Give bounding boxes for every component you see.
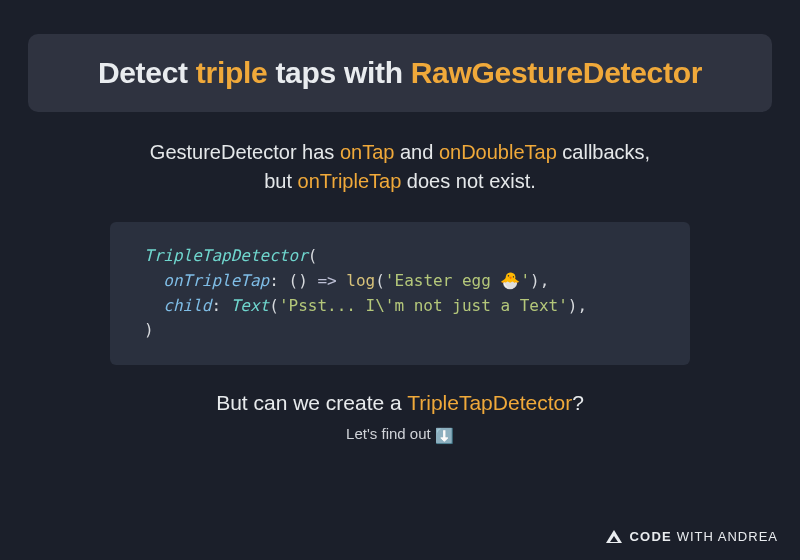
brand-thin: WITH ANDREA — [677, 529, 778, 544]
code-snippet: TripleTapDetector( onTripleTap: () => lo… — [110, 222, 690, 365]
title-mid: taps with — [267, 56, 410, 89]
brand-logo-icon — [606, 530, 622, 543]
code-p1-name: onTripleTap — [163, 271, 269, 290]
title-highlight-2: RawGestureDetector — [411, 56, 702, 89]
page-title: Detect triple taps with RawGestureDetect… — [48, 56, 752, 90]
code-p2-str: 'Psst... I\'m not just a Text' — [279, 296, 568, 315]
sub-l2-post: does not exist. — [401, 170, 536, 192]
sub-l1-pre: GestureDetector has — [150, 141, 340, 163]
code-p1-str: 'Easter egg 🐣' — [385, 271, 530, 290]
code-close: ) — [144, 320, 154, 339]
sub-l1-hl1: onTap — [340, 141, 395, 163]
code-p1-fn: log — [346, 271, 375, 290]
code-p2-name: child — [163, 296, 211, 315]
title-pre: Detect — [98, 56, 196, 89]
code-open: ( — [308, 246, 318, 265]
sub-l1-post: callbacks, — [557, 141, 650, 163]
q-post: ? — [572, 391, 584, 414]
findout-text: Let's find out — [346, 425, 435, 442]
q-pre: But can we create a — [216, 391, 407, 414]
sub-l1-hl2: onDoubleTap — [439, 141, 557, 163]
find-out-text: Let's find out ⬇️ — [0, 425, 800, 445]
code-p2-type: Text — [231, 296, 270, 315]
title-highlight-1: triple — [196, 56, 268, 89]
brand-bold: CODE — [630, 529, 677, 544]
code-type: TripleTapDetector — [144, 246, 308, 265]
sub-l1-mid: and — [394, 141, 438, 163]
sub-l2-pre: but — [264, 170, 297, 192]
question-text: But can we create a TripleTapDetector? — [0, 391, 800, 415]
title-card: Detect triple taps with RawGestureDetect… — [28, 34, 772, 112]
brand-badge: CODE WITH ANDREA — [606, 529, 778, 544]
down-arrow-icon: ⬇️ — [435, 427, 454, 445]
subheading: GestureDetector has onTap and onDoubleTa… — [0, 138, 800, 196]
q-hl: TripleTapDetector — [407, 391, 572, 414]
sub-l2-hl: onTripleTap — [298, 170, 402, 192]
brand-text: CODE WITH ANDREA — [630, 529, 778, 544]
